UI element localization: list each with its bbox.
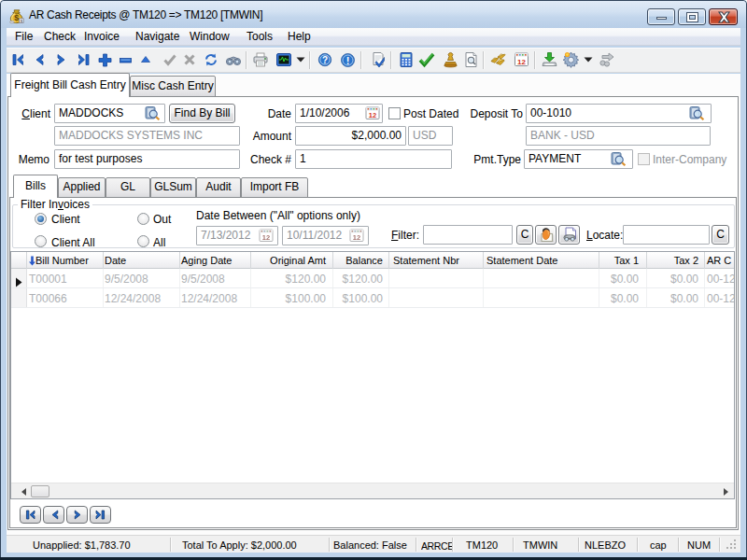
svg-text:$: $ — [14, 13, 19, 22]
svg-text:12: 12 — [517, 58, 526, 66]
svg-text:?: ? — [322, 55, 328, 65]
svg-text:!: ! — [346, 55, 350, 66]
